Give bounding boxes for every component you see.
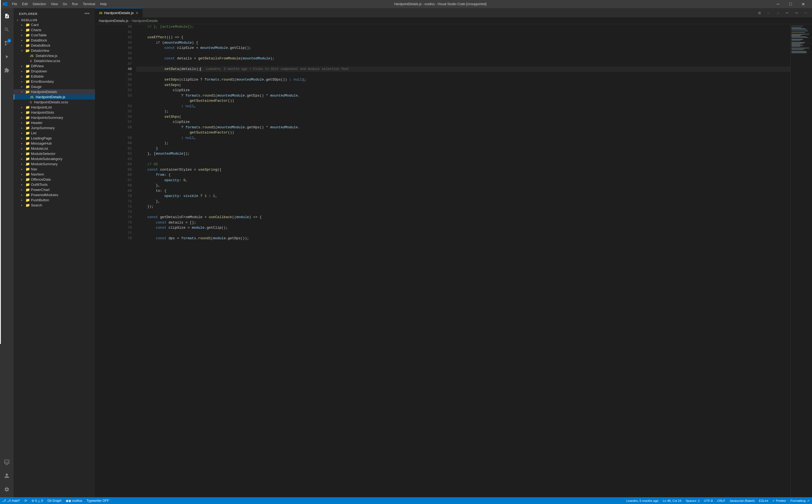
status-blame-info[interactable]: Leandro, 5 months ago [624, 497, 661, 504]
sidebar-item-loadingpage[interactable]: 📁 LoadingPage [14, 136, 95, 141]
activity-remote[interactable] [0, 456, 13, 469]
sidebar-item-hardpointlist[interactable]: 📁 HardpointList [14, 105, 95, 110]
activity-accounts[interactable] [0, 469, 13, 482]
status-bar: ⎇ ⎇ main* ⟳ ⊘ 0 △ 0 Git Graph ◉ ◉ ocellu… [0, 497, 812, 504]
status-typewriter[interactable]: Typewriter OFF [84, 497, 111, 504]
sidebar-item-header[interactable]: 📁 Header [14, 120, 95, 125]
nav-forward-button[interactable]: → [774, 10, 782, 16]
sidebar-item-navitem[interactable]: 📁 NavItem [14, 172, 95, 177]
sidebar-item-detailsviewscss[interactable]: S DetailsView.scss [14, 58, 95, 63]
status-sync[interactable]: ⟳ [22, 497, 29, 504]
sidebar-item-hardpointslots[interactable]: 📁 HardpointSlots [14, 110, 95, 115]
sidebar-item-hardpointssummary[interactable]: 📁 HardpointsSummary [14, 115, 95, 120]
close-button[interactable]: ✕ [797, 0, 809, 8]
sidebar-item-hardpointdetailsscss[interactable]: S HardpointDetails.scss [14, 100, 95, 105]
activity-run[interactable] [0, 50, 13, 63]
status-errors[interactable]: ⊘ 0 △ 0 [29, 497, 45, 504]
sidebar-item-search[interactable]: 📁 Search [14, 203, 95, 208]
menu-file[interactable]: File [10, 1, 19, 7]
status-cursor-pos[interactable]: Ln 48, Col 24 [661, 497, 683, 504]
sidebar-item-diffview[interactable]: 📁 DiffView [14, 63, 95, 69]
nav-back2-button[interactable]: ↩ [783, 10, 791, 16]
sidebar-item-costtable[interactable]: 📁 CostTable [14, 33, 95, 38]
sidebar-item-moduleselector[interactable]: 📁 ModuleSelector [14, 151, 95, 156]
status-language[interactable]: Javascript (Babel) [727, 497, 757, 504]
sidebar-item-modulesubcategory[interactable]: 📁 ModuleSubcategory [14, 156, 95, 161]
sidebar-item-modulesummary[interactable]: 📁 ModuleSummary [14, 161, 95, 167]
activity-extensions[interactable] [0, 64, 13, 77]
menu-edit[interactable]: Edit [20, 1, 30, 7]
activity-source-control[interactable]: 1 [0, 37, 13, 50]
maximize-button[interactable]: □ [784, 0, 797, 8]
sidebar-item-dropdown[interactable]: 📁 Dropdown [14, 69, 95, 74]
code-line-65: 65 const containerStyles = useSpring({ [95, 167, 790, 173]
sidebar-label-gauge: Gauge [31, 85, 42, 89]
editor-toolbar-icons: ⊞ ← → ↩ ↪ ⋯ [756, 8, 812, 17]
activity-settings[interactable] [0, 483, 13, 496]
sidebar-item-gauge[interactable]: 📁 Gauge [14, 84, 95, 89]
sidebar-label-hardpointssummary: HardpointsSummary [31, 116, 63, 120]
sidebar-item-jumpsummary[interactable]: 📁 JumpSummary [14, 125, 95, 130]
status-branch[interactable]: ⎇ ⎇ main* [0, 497, 22, 504]
menu-view[interactable]: View [49, 1, 60, 7]
code-line-52: 52 clipSize [95, 88, 790, 93]
sidebar-item-list[interactable]: 📁 List [14, 130, 95, 136]
sidebar-item-datablock[interactable]: 📁 DataBlock [14, 38, 95, 43]
line-content-74: const getDetailsFromModule = useCallback… [136, 215, 790, 220]
tree-root-ocellus[interactable]: OCELLUS [14, 18, 95, 22]
status-prettier[interactable]: ✓ Prettier [770, 497, 788, 504]
line-content-41 [136, 30, 790, 35]
remote-dot-icon: ◉ [66, 499, 68, 503]
sidebar-item-poweredmodules[interactable]: 📁 PoweredModules [14, 192, 95, 197]
status-git-graph[interactable]: Git Graph [45, 497, 63, 504]
activity-search[interactable] [0, 23, 13, 36]
sidebar-item-nav[interactable]: 📁 Nav [14, 167, 95, 172]
line-number-59: 59 [95, 135, 136, 141]
sidebar-item-outfittools[interactable]: 📁 OutfitTools [14, 182, 95, 187]
chevron-detailsblock [21, 44, 24, 47]
status-eslint[interactable]: ESLint [757, 497, 770, 504]
nav-back-button[interactable]: ← [765, 10, 772, 16]
minimize-button[interactable]: ─ [772, 0, 784, 8]
sidebar-item-errorboundary[interactable]: 📁 ErrorBoundary [14, 79, 95, 84]
sidebar-item-pushbutton[interactable]: 📁 PushButton [14, 197, 95, 203]
menu-terminal[interactable]: Terminal [81, 1, 97, 7]
tab-hardpointdetailsjs[interactable]: JS HardpointDetails.js ✕ [95, 8, 143, 17]
status-remote[interactable]: ◉ ◉ ocellus [63, 497, 84, 504]
code-line-74: 74 const getDetailsFromModule = useCallb… [95, 215, 790, 220]
sidebar-item-detailsviewjs[interactable]: JS DetailsView.js [14, 53, 95, 58]
menu-run[interactable]: Run [70, 1, 80, 7]
split-editor-button[interactable]: ⊞ [756, 10, 763, 16]
code-editor[interactable]: 40 // }, [activeModule]); 41 42 useEffec… [95, 24, 790, 497]
activity-explorer[interactable] [0, 9, 13, 23]
sidebar-item-editable[interactable]: 📁 Editable [14, 74, 95, 79]
sidebar-content[interactable]: OCELLUS 📁 Card 📁 Charts 📁 CostTable [14, 18, 95, 497]
tab-close-button[interactable]: ✕ [135, 11, 139, 15]
nav-forward2-button[interactable]: ↪ [792, 10, 800, 16]
sidebar-item-hardpointdetailsjs[interactable]: JS HardpointDetails.js [14, 94, 95, 100]
more-actions-button[interactable]: ⋯ [802, 10, 809, 16]
sidebar-item-messagehub[interactable]: 📁 MessageHub [14, 141, 95, 146]
status-formatting[interactable]: Formatting: ✓ [788, 497, 812, 504]
status-eol[interactable]: CRLF [715, 497, 727, 504]
status-encoding[interactable]: UTF-8 [702, 497, 715, 504]
sidebar-more-button[interactable]: ••• [84, 11, 90, 17]
sidebar-item-powerchart[interactable]: 📁 PowerChart [14, 187, 95, 192]
minimap-line [791, 36, 806, 37]
menu-selection[interactable]: Selection [30, 1, 48, 7]
window-controls: ─ □ ✕ [772, 0, 809, 8]
sidebar-item-modulelist[interactable]: 📁 ModuleList [14, 146, 95, 151]
sidebar-label-nav: Nav [31, 167, 37, 171]
sidebar-item-card[interactable]: 📁 Card [14, 22, 95, 27]
sidebar-item-charts[interactable]: 📁 Charts [14, 27, 95, 33]
breadcrumb-symbol[interactable]: HardpointDetails [132, 19, 158, 23]
menu-go[interactable]: Go [60, 1, 69, 7]
status-spaces[interactable]: Spaces: 2 [684, 497, 702, 504]
sidebar-item-offencedata[interactable]: 📁 OffenceData [14, 177, 95, 182]
sidebar-item-detailsblock[interactable]: 📁 DetailsBlock [14, 43, 95, 48]
eol-label: CRLF [717, 499, 725, 502]
sidebar-item-detailsview[interactable]: 📂 DetailsView [14, 48, 95, 53]
menu-help[interactable]: Help [98, 1, 109, 7]
breadcrumb-file[interactable]: HardpointDetails.js [99, 19, 128, 23]
sidebar-item-hardpointdetails[interactable]: 📂 HardpointDetails [14, 89, 95, 94]
